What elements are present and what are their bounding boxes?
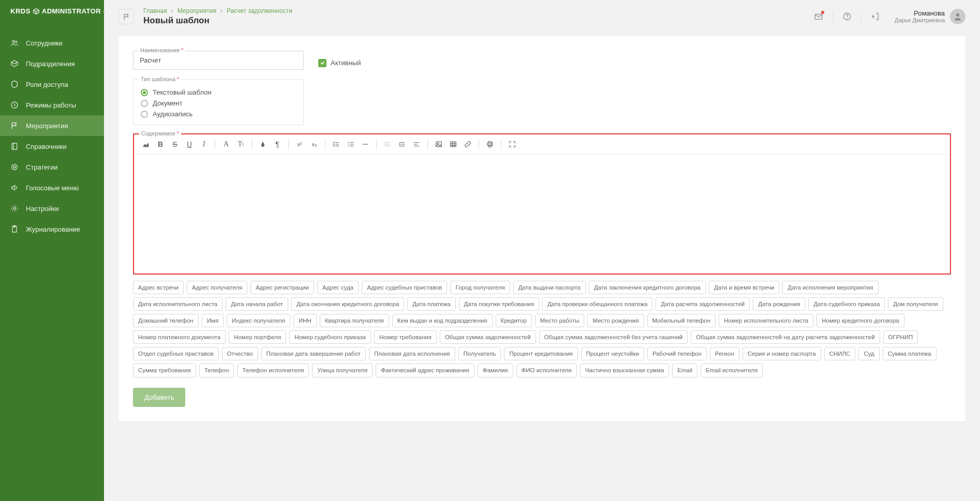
variable-tag[interactable]: Серия и номер паспорта — [743, 347, 821, 360]
variable-tag[interactable]: Рабочий телефон — [647, 347, 707, 360]
breadcrumb-link[interactable]: Расчет задолженности — [227, 7, 292, 14]
variable-tag[interactable]: Процент кредитования — [504, 347, 577, 360]
variable-tag[interactable]: Номер судебного приказа — [289, 330, 371, 344]
variable-tag[interactable]: Дата расчета задолженностей — [656, 297, 750, 311]
variable-tag[interactable]: ИНН — [293, 314, 317, 327]
font-size-icon[interactable]: TI — [234, 138, 247, 151]
active-checkbox-block[interactable]: Активный — [318, 51, 361, 70]
variable-tag[interactable]: Номер исполнительного листа — [719, 314, 813, 327]
radio-document[interactable]: Документ — [141, 98, 296, 109]
variable-tag[interactable]: Дата проверки обещанного платежа — [542, 297, 652, 311]
variable-tag[interactable]: Общая сумма задолженностей без учета гаш… — [539, 330, 688, 344]
variable-tag[interactable]: Кредитор — [496, 314, 532, 327]
sidebar-item-roles[interactable]: Роли доступа — [0, 74, 104, 95]
variable-tag[interactable]: Отчество — [222, 347, 258, 360]
add-button[interactable]: Добавить — [133, 388, 185, 407]
logout-icon[interactable] — [871, 12, 880, 21]
sidebar-item-settings[interactable]: Настройки — [0, 198, 104, 219]
variable-tag[interactable]: Общая сумма задолженностей на дату расче… — [691, 330, 880, 344]
sidebar-item-logging[interactable]: Журналирование — [0, 219, 104, 239]
sidebar-item-references[interactable]: Справочники — [0, 136, 104, 157]
variable-tag[interactable]: Место рождения — [587, 314, 644, 327]
editor-body[interactable] — [134, 155, 950, 274]
variable-tag[interactable]: Общая сумма задолженностей — [440, 330, 536, 344]
sidebar-item-employees[interactable]: Сотрудники — [0, 33, 104, 53]
variable-tag[interactable]: Дата платежа — [407, 297, 455, 311]
variable-tag[interactable]: Номер кредитного договора — [816, 314, 904, 327]
variable-tag[interactable]: Адрес регистрации — [250, 281, 314, 294]
variable-tag[interactable]: Дом получателя — [888, 297, 943, 311]
avatar[interactable] — [950, 9, 966, 24]
radio-audio[interactable]: Аудиозапись — [141, 109, 296, 119]
variable-tag[interactable]: Квартира получателя — [320, 314, 389, 327]
italic-icon[interactable]: I — [197, 138, 211, 151]
underline-icon[interactable]: U — [183, 138, 196, 151]
variable-tag[interactable]: Телефон исполнителя — [237, 363, 309, 377]
variable-tag[interactable]: Адрес судебных приставов — [362, 281, 447, 294]
variable-tag[interactable]: Адрес получателя — [187, 281, 247, 294]
variable-tag[interactable]: Мобильный телефон — [647, 314, 716, 327]
breadcrumb-link[interactable]: Главная — [143, 7, 167, 14]
ul-icon[interactable] — [330, 138, 343, 151]
mail-icon[interactable] — [814, 12, 823, 21]
variable-tag[interactable]: Дата покупки требования — [459, 297, 539, 311]
variable-tag[interactable]: Отдел судебных приставов — [133, 347, 219, 360]
color-icon[interactable] — [256, 138, 270, 151]
variable-tag[interactable]: Получатель — [458, 347, 501, 360]
variable-tag[interactable]: Номер платежного документа — [133, 330, 226, 344]
variable-tag[interactable]: Процент неустойки — [581, 347, 644, 360]
variable-tag[interactable]: Домашний телефон — [133, 314, 199, 327]
ol-icon[interactable]: 123 — [344, 138, 358, 151]
variable-tag[interactable]: Фактический адрес проживания — [376, 363, 474, 377]
variable-tag[interactable]: Кем выдан и код подразделения — [392, 314, 493, 327]
variable-tag[interactable]: ФИО исполнителя — [516, 363, 577, 377]
user-block[interactable]: Романова Дарья Дмитриевна — [895, 9, 966, 24]
variable-tag[interactable]: Адрес суда — [317, 281, 359, 294]
name-input[interactable] — [133, 51, 304, 70]
active-checkbox[interactable] — [318, 59, 326, 67]
variable-tag[interactable]: Частично взысканная сумма — [580, 363, 669, 377]
variable-tag[interactable]: Имя — [202, 314, 224, 327]
image-icon[interactable] — [432, 138, 446, 151]
breadcrumb-link[interactable]: Мероприятия — [177, 7, 216, 14]
sidebar-item-events[interactable]: Мероприятия — [0, 115, 104, 136]
variable-tag[interactable]: Сумма требования — [133, 363, 196, 377]
variable-tag[interactable]: Номер требования — [374, 330, 437, 344]
variable-tag[interactable]: Сумма платежа — [883, 347, 937, 360]
sidebar-item-departments[interactable]: Подразделения — [0, 53, 104, 74]
variable-tag[interactable]: Email — [672, 363, 697, 377]
variable-tag[interactable]: Плановая дата исполнения — [369, 347, 455, 360]
variable-tag[interactable]: Улица получателя — [312, 363, 373, 377]
clear-format-icon[interactable] — [139, 138, 153, 151]
variable-tag[interactable]: ОГРНИП — [883, 330, 918, 344]
variable-tag[interactable]: СНИЛС — [824, 347, 856, 360]
variable-tag[interactable]: Суд — [858, 347, 879, 360]
align-icon[interactable] — [410, 138, 423, 151]
variable-tag[interactable]: Дата исполнения мероприятия — [782, 281, 878, 294]
variable-tag[interactable]: Дата судебного приказа — [808, 297, 885, 311]
link-icon[interactable] — [461, 138, 474, 151]
radio-text-template[interactable]: Текстовый шаблон — [141, 87, 296, 98]
indent-icon[interactable] — [395, 138, 409, 151]
variable-tag[interactable]: Телефон — [199, 363, 234, 377]
variable-tag[interactable]: Номер портфеля — [229, 330, 286, 344]
print-icon[interactable] — [483, 138, 497, 151]
bold-icon[interactable]: B — [154, 138, 167, 151]
variable-tag[interactable]: Дата рождения — [753, 297, 805, 311]
variable-tag[interactable]: Дата выдачи паспорта — [513, 281, 586, 294]
help-icon[interactable] — [842, 12, 852, 21]
variable-tag[interactable]: Регион — [710, 347, 739, 360]
paragraph-icon[interactable]: ¶ — [271, 138, 284, 151]
sidebar-item-voice-menu[interactable]: Голосовые меню — [0, 177, 104, 198]
subscript-icon[interactable]: x₂ — [307, 138, 321, 151]
variable-tag[interactable]: Город получателя — [450, 281, 510, 294]
hr-icon[interactable] — [359, 138, 372, 151]
variable-tag[interactable]: Дата окончания кредитного договора — [291, 297, 404, 311]
strike-icon[interactable]: S — [168, 138, 182, 151]
variable-tag[interactable]: Дата начала работ — [226, 297, 288, 311]
sidebar-item-strategies[interactable]: Стратегии — [0, 157, 104, 177]
font-family-icon[interactable]: A — [219, 138, 233, 151]
variable-tag[interactable]: Дата заключения кредитного договора — [589, 281, 706, 294]
variable-tag[interactable]: Дата и время встречи — [709, 281, 779, 294]
sidebar-item-schedules[interactable]: Режимы работы — [0, 95, 104, 115]
